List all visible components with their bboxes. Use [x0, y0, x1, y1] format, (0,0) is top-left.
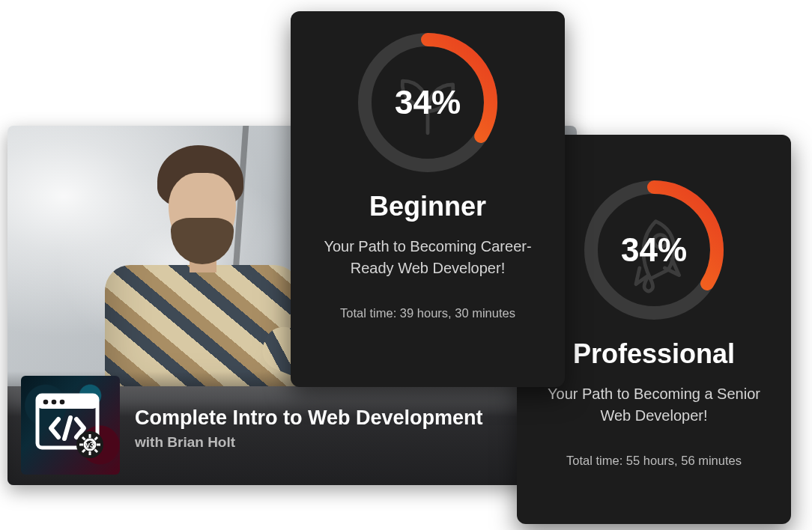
path-description-beginner: Your Path to Becoming Career-Ready Web D…: [312, 236, 544, 279]
path-card-beginner[interactable]: 34% Beginner Your Path to Becoming Caree…: [291, 11, 565, 387]
path-total-time-professional: Total time: 55 hours, 56 minutes: [538, 454, 770, 468]
progress-percent-professional: 34%: [579, 175, 729, 325]
svg-point-4: [60, 400, 65, 405]
progress-percent-beginner: 34%: [353, 28, 503, 177]
svg-point-3: [52, 400, 57, 405]
course-instructor-name: Brian Holt: [167, 434, 235, 450]
course-instructor: with Brian Holt: [135, 434, 483, 451]
code-window-icon: v3: [21, 376, 120, 475]
path-title-professional: Professional: [538, 338, 770, 370]
course-instructor-prefix: with: [135, 434, 167, 450]
svg-line-5: [64, 418, 70, 439]
path-description-professional: Your Path to Becoming a Senior Web Devel…: [538, 383, 770, 427]
svg-point-2: [43, 400, 49, 405]
progress-ring-beginner: 34%: [353, 28, 503, 177]
progress-ring-professional: 34%: [579, 175, 729, 325]
path-title-beginner: Beginner: [312, 191, 544, 222]
course-thumb-badge: v3: [85, 441, 94, 449]
course-thumbnail: v3: [21, 376, 120, 475]
path-total-time-beginner: Total time: 39 hours, 30 minutes: [312, 306, 544, 320]
course-title: Complete Intro to Web Development: [135, 406, 483, 430]
